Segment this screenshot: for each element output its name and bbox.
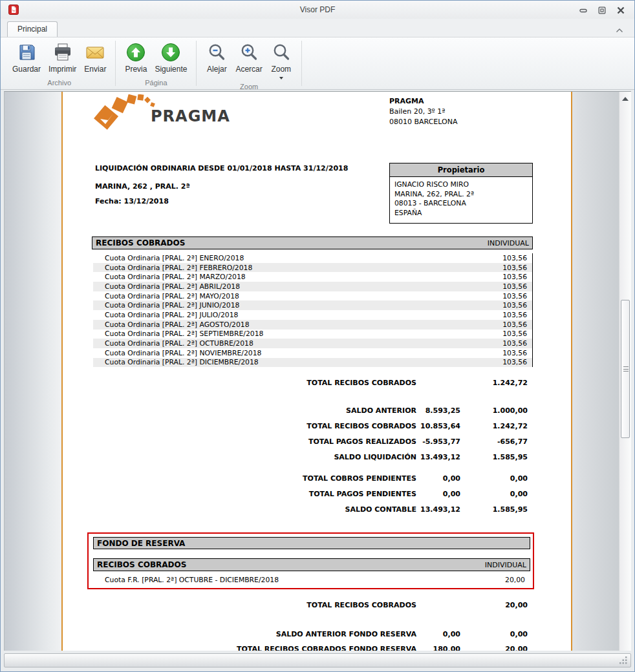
print-button-label: Imprimir: [48, 65, 76, 74]
save-button[interactable]: Guardar: [8, 39, 45, 75]
receipt-value: 103,56: [502, 339, 527, 348]
receipts-header-bar: RECIBOS COBRADOS INDIVIDUAL: [92, 236, 533, 249]
vertical-scrollbar[interactable]: [619, 92, 631, 651]
titlebar[interactable]: Visor PDF: [1, 1, 634, 19]
receipt-row: Cuota Ordinaria [PRAL. 2ª] ENERO/2018 10…: [93, 253, 532, 263]
zoom-dropdown-button[interactable]: Zoom: [266, 39, 296, 81]
reserve-receipt-label: Cuota F.R. [PRAL. 2ª] OCTUBRE - DICIEMBR…: [105, 576, 279, 584]
date-line: Fecha: 13/12/2018: [95, 197, 169, 205]
summary-amount-individual: 1.242,72: [493, 422, 528, 430]
scroll-up-arrow-icon[interactable]: [622, 97, 629, 101]
summary-label: SALDO ANTERIOR FONDO RESERVA: [276, 630, 416, 638]
summary-label: TOTAL RECIBOS COBRADOS FONDO RESERVA: [237, 645, 416, 651]
window-title: Visor PDF: [300, 5, 335, 14]
summary-label: TOTAL COBROS PENDIENTES: [303, 474, 416, 483]
ribbon-separator: [301, 41, 302, 86]
owner-box-body: IGNACIO RISCO MIROMARINA, 262, PRAL. 2ª0…: [390, 177, 532, 223]
zoom-in-button[interactable]: Acercar: [231, 39, 266, 75]
receipts-header-individual: INDIVIDUAL: [488, 239, 529, 247]
owner-line: MARINA, 262, PRAL. 2ª: [394, 190, 528, 200]
annotation-highlight-box: FONDO DE RESERVA RECIBOS COBRADOS INDIVI…: [87, 532, 534, 589]
page-next-icon: [160, 42, 181, 63]
summary-row: SALDO ANTERIOR 8.593,25 1.000,00: [93, 406, 533, 417]
receipt-value: 103,56: [502, 330, 527, 338]
bottom-bar: [4, 653, 631, 667]
summary-amount-community: 0,00: [443, 490, 460, 498]
reserve-header-bar: FONDO DE RESERVA: [93, 537, 530, 549]
zoom-icon: [271, 42, 292, 63]
receipt-label: Cuota Ordinaria [PRAL. 2ª] JULIO/2018: [105, 311, 238, 319]
minimize-button[interactable]: [579, 5, 588, 13]
summary-row: TOTAL PAGOS PENDIENTES 0,00 0,00: [93, 490, 533, 500]
summary-label: SALDO LIQUIDACIÓN: [334, 453, 416, 461]
receipt-label: Cuota Ordinaria [PRAL. 2ª] NOVIEMBRE/201…: [105, 349, 261, 357]
ribbon-separator: [115, 41, 116, 86]
liquidation-title: LIQUIDACIÓN ORDINARIA DESDE 01/01/2018 H…: [95, 164, 348, 173]
tab-principal[interactable]: Principal: [7, 21, 58, 37]
receipt-label: Cuota Ordinaria [PRAL. 2ª] MARZO/2018: [105, 273, 246, 281]
print-icon: [52, 42, 73, 63]
reserve-summary: SALDO ANTERIOR FONDO RESERVA 0,00 0,00 T…: [93, 630, 533, 651]
receipt-label: Cuota Ordinaria [PRAL. 2ª] MAYO/2018: [105, 292, 239, 300]
receipts-rows: Cuota Ordinaria [PRAL. 2ª] ENERO/2018 10…: [93, 253, 533, 367]
summary-amount-community: 0,00: [443, 474, 460, 483]
receipt-label: Cuota Ordinaria [PRAL. 2ª] DICIEMBRE/201…: [105, 358, 259, 366]
next-page-button[interactable]: Siguiente: [151, 39, 191, 75]
receipt-row: Cuota Ordinaria [PRAL. 2ª] MAYO/2018 103…: [93, 291, 532, 301]
zoom-out-button[interactable]: Alejar: [202, 39, 231, 75]
summary-label: TOTAL PAGOS PENDIENTES: [309, 490, 416, 498]
chevron-down-icon: [279, 77, 283, 79]
receipts-total-row: TOTAL RECIBOS COBRADOS 1.242,72: [93, 379, 533, 389]
collapse-ribbon-icon[interactable]: [615, 25, 624, 31]
close-button[interactable]: [616, 5, 625, 13]
ribbon-separator: [196, 41, 197, 86]
summary-amount-individual: 1.585,95: [493, 505, 528, 514]
summary-block-1: SALDO ANTERIOR 8.593,25 1.000,00 TOTAL R…: [93, 406, 533, 468]
ribbon-group-pagina: Previa Siguiente Página: [117, 37, 195, 89]
summary-amount-community: 13.493,12: [420, 505, 460, 514]
receipt-value: 103,56: [502, 311, 527, 319]
reserve-receipts-header-bar: RECIBOS COBRADOS INDIVIDUAL: [93, 558, 530, 571]
summary-amount-individual: 0,00: [510, 630, 528, 638]
pdf-file-icon: [8, 5, 19, 15]
pdf-page: PRAGMA PRAGMA Bailen 20, 3º 1ª 08010 BAR…: [61, 92, 572, 651]
summary-amount-community: 10.853,64: [420, 422, 460, 430]
ribbon-group-zoom: Alejar Acercar: [198, 37, 299, 89]
send-button[interactable]: Enviar: [80, 39, 110, 75]
resize-grip-icon[interactable]: [619, 656, 628, 665]
reserve-receipt-value: 20,00: [505, 576, 525, 584]
receipt-label: Cuota Ordinaria [PRAL. 2ª] JUNIO/2018: [105, 301, 239, 310]
receipt-label: Cuota Ordinaria [PRAL. 2ª] FEBRERO/2018: [105, 264, 252, 272]
zoom-out-button-label: Alejar: [207, 65, 227, 74]
ribbon-tabrow: Principal: [1, 19, 634, 37]
owner-line: ESPAÑA: [394, 209, 528, 218]
reserve-total-value: 20,00: [505, 601, 528, 609]
previous-page-button[interactable]: Previa: [121, 39, 151, 75]
receipt-row: Cuota Ordinaria [PRAL. 2ª] FEBRERO/2018 …: [93, 263, 532, 273]
receipts-total-value: 1.242,72: [493, 379, 528, 387]
receipt-row: Cuota Ordinaria [PRAL. 2ª] JULIO/2018 10…: [93, 310, 532, 320]
receipt-label: Cuota Ordinaria [PRAL. 2ª] SEPTIEMBRE/20…: [105, 330, 263, 338]
receipt-value: 103,56: [502, 301, 527, 310]
owner-box: Propietario IGNACIO RISCO MIROMARINA, 26…: [389, 163, 533, 224]
receipt-row: Cuota Ordinaria [PRAL. 2ª] MARZO/2018 10…: [93, 272, 532, 282]
company-address-block: PRAGMA Bailen 20, 3º 1ª 08010 BARCELONA: [389, 96, 457, 127]
reserve-receipts-header-title: RECIBOS COBRADOS: [97, 560, 186, 569]
page-previous-icon: [125, 42, 146, 63]
summary-row: TOTAL RECIBOS COBRADOS FONDO RESERVA 180…: [93, 645, 533, 651]
document-viewport[interactable]: PRAGMA PRAGMA Bailen 20, 3º 1ª 08010 BAR…: [4, 91, 631, 651]
print-button[interactable]: Imprimir: [45, 39, 80, 75]
summary-row: SALDO CONTABLE 13.493,12 1.585,95: [93, 505, 533, 516]
receipt-row: Cuota Ordinaria [PRAL. 2ª] ABRIL/2018 10…: [93, 282, 532, 291]
scrollbar-thumb[interactable]: [621, 300, 630, 438]
receipt-row: Cuota Ordinaria [PRAL. 2ª] OCTUBRE/2018 …: [93, 339, 532, 348]
reserve-receipt-row: Cuota F.R. [PRAL. 2ª] OCTUBRE - DICIEMBR…: [93, 575, 530, 585]
next-page-button-label: Siguiente: [155, 65, 187, 74]
receipt-value: 103,56: [502, 292, 527, 300]
reserve-receipts-header-individual: INDIVIDUAL: [485, 561, 526, 569]
summary-amount-individual: 0,00: [510, 490, 528, 498]
maximize-button[interactable]: [597, 5, 607, 13]
summary-amount-individual: 20,00: [505, 645, 528, 651]
receipt-value: 103,56: [502, 358, 527, 366]
owner-line: 08013 - BARCELONA: [394, 199, 528, 209]
